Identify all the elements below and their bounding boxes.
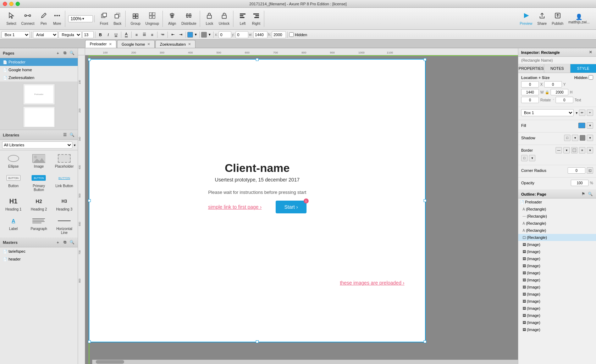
close-button[interactable] xyxy=(3,2,7,6)
tab-zoekresultaten-close-icon[interactable]: ✕ xyxy=(188,42,191,46)
widget-h2[interactable]: H2 Heading 2 xyxy=(27,195,51,213)
publish-button[interactable]: Publish xyxy=(550,11,565,27)
widget-ellipse[interactable]: Ellipse xyxy=(1,152,26,170)
style-select[interactable]: Box 1 xyxy=(1,31,30,38)
w-input[interactable] xyxy=(253,31,267,38)
border-dropdown-btn[interactable]: ▾ xyxy=(563,147,570,153)
border-color-btn[interactable] xyxy=(571,147,578,153)
border-color-swatch[interactable] xyxy=(201,32,207,38)
corner-radius-mode-btn[interactable]: ◱ xyxy=(587,167,593,174)
outline-rect-2[interactable]: — (Rectangle) xyxy=(518,213,596,220)
share-button[interactable]: Share xyxy=(535,11,549,27)
masters-duplicate-icon[interactable]: ⧉ xyxy=(62,240,68,245)
unlock-button[interactable]: Unlock xyxy=(216,11,232,27)
page-item-google-home[interactable]: 📄 Google home xyxy=(0,66,78,74)
widget-link-button[interactable]: BUTTON Link Button xyxy=(52,171,76,193)
h-input[interactable] xyxy=(272,31,286,38)
style-add-btn[interactable]: + xyxy=(587,110,593,116)
pages-add-icon[interactable]: + xyxy=(55,50,61,56)
outline-image-7[interactable]: 🖼 (Image) xyxy=(518,284,596,291)
x-inspector-input[interactable] xyxy=(521,81,539,88)
weight-select[interactable]: Regular xyxy=(59,31,82,38)
tab-preloader[interactable]: Preloader ✕ xyxy=(85,40,116,48)
right-align-button[interactable]: Right xyxy=(250,11,263,27)
simple-link[interactable]: simple link to first page › xyxy=(208,204,261,210)
widget-h3[interactable]: H3 Heading 3 xyxy=(52,195,76,213)
widget-primary-button[interactable]: BUTTON Primary Button xyxy=(27,171,51,193)
bold-button[interactable]: B xyxy=(97,31,104,38)
minimize-button[interactable] xyxy=(9,2,13,6)
shadow-dropdown-btn[interactable]: ▾ xyxy=(572,135,578,141)
widget-button[interactable]: BUTTON Button xyxy=(1,171,26,193)
border-dropdown-btn2[interactable]: ▾ xyxy=(587,147,593,153)
border-all-sides-btn[interactable]: □ xyxy=(521,155,528,161)
pages-search-icon[interactable]: 🔍 xyxy=(69,50,75,56)
canvas-area[interactable]: 100 200 300 400 500 600 700 800 900 1000… xyxy=(78,48,518,364)
tab-preloader-close-icon[interactable]: ✕ xyxy=(109,42,112,46)
left-align-button[interactable]: Left xyxy=(236,11,249,27)
masters-add-icon[interactable]: + xyxy=(55,240,61,245)
shadow-swatch[interactable] xyxy=(580,135,585,141)
page-canvas[interactable]: Client-name Usertest prototype, 15 decem… xyxy=(89,59,426,342)
ungroup-button[interactable]: Ungroup xyxy=(143,11,161,27)
zoom-input[interactable]: 100% ▾ xyxy=(68,15,93,22)
h-inspector-input[interactable] xyxy=(551,89,568,95)
front-button[interactable]: Front xyxy=(98,11,110,27)
back-button[interactable]: Back xyxy=(111,11,124,27)
border-side-dropdown[interactable]: ▾ xyxy=(529,155,535,161)
page-item-zoekresultaten[interactable]: 📄 Zoekresultaten xyxy=(0,74,78,82)
outline-image-6[interactable]: 🖼 (Image) xyxy=(518,276,596,284)
preloaded-link[interactable]: these images are preloaded › xyxy=(340,280,404,286)
text-input[interactable] xyxy=(556,97,573,103)
libraries-search-icon[interactable]: 🔍 xyxy=(69,132,75,138)
more-button[interactable]: More xyxy=(51,11,64,27)
master-tariefspec[interactable]: 📄 tariefspec xyxy=(0,247,78,255)
lock-aspect-icon[interactable]: 🔒 xyxy=(545,90,549,94)
fill-dropdown-btn[interactable]: ▾ xyxy=(587,122,593,129)
widget-image[interactable]: Image xyxy=(27,152,51,170)
corner-radius-input[interactable] xyxy=(568,167,585,174)
page-item-preloader[interactable]: 📄 Preloader xyxy=(0,58,78,66)
indent-dec-btn[interactable]: ⇤ xyxy=(169,31,176,38)
masters-search-icon[interactable]: 🔍 xyxy=(69,240,75,245)
box-style-dropdown[interactable]: Box 1 xyxy=(521,109,574,116)
preview-button[interactable]: Preview xyxy=(518,11,535,27)
scrollbar-thumb[interactable] xyxy=(96,360,124,364)
shadow-toggle-btn[interactable]: □ xyxy=(564,135,570,141)
opacity-input[interactable] xyxy=(571,180,589,186)
hidden-inspector-checkbox[interactable] xyxy=(589,75,593,80)
inspector-close-icon[interactable]: ✕ xyxy=(587,50,593,55)
y-coord-input[interactable] xyxy=(236,31,248,38)
tab-google-home[interactable]: Google home ✕ xyxy=(117,40,155,48)
w-inspector-input[interactable] xyxy=(521,89,539,95)
start-button[interactable]: Start › 1 xyxy=(276,201,306,213)
tab-google-home-close-icon[interactable]: ✕ xyxy=(147,42,150,46)
outline-rect-1[interactable]: A (Rectangle) xyxy=(518,206,596,213)
outline-rect-4[interactable]: A (Rectangle) xyxy=(518,227,596,234)
outline-image-4[interactable]: 🖼 (Image) xyxy=(518,262,596,269)
rotate-input[interactable] xyxy=(521,97,539,103)
widget-h1[interactable]: H1 Heading 1 xyxy=(1,195,26,213)
align-right-btn[interactable]: ≡ xyxy=(149,31,156,38)
font-size-input[interactable] xyxy=(82,31,94,38)
indent-inc-btn[interactable]: ⇥ xyxy=(177,31,184,38)
canvas-scroll[interactable]: Client-name Usertest prototype, 15 decem… xyxy=(85,55,518,364)
outline-search-icon[interactable]: 🔍 xyxy=(587,191,593,197)
outline-image-10[interactable]: 🖼 (Image) xyxy=(518,305,596,312)
fill-color-swatch[interactable] xyxy=(187,32,193,38)
fill-color-dropdown[interactable]: ▾ xyxy=(194,31,198,38)
outline-preloader[interactable]: 📄 Preloader xyxy=(518,198,596,206)
underline-button[interactable]: U xyxy=(112,31,120,38)
maximize-button[interactable] xyxy=(16,2,20,6)
italic-button[interactable]: I xyxy=(105,31,112,38)
font-color-button[interactable]: A xyxy=(123,31,130,38)
border-color-dropdown[interactable]: ▾ xyxy=(208,31,212,38)
outline-image-13[interactable]: 🖼 (Image) xyxy=(518,326,596,333)
outline-image-8[interactable]: 🖼 (Image) xyxy=(518,291,596,298)
widget-label[interactable]: A Label xyxy=(1,214,26,236)
x-coord-input[interactable] xyxy=(219,31,231,38)
user-menu-button[interactable]: 👤 matthijs.zwi... xyxy=(566,12,592,26)
outline-image-12[interactable]: 🖼 (Image) xyxy=(518,319,596,326)
align-center-btn[interactable]: ☰ xyxy=(141,31,148,38)
lock-button[interactable]: Lock xyxy=(203,11,216,27)
